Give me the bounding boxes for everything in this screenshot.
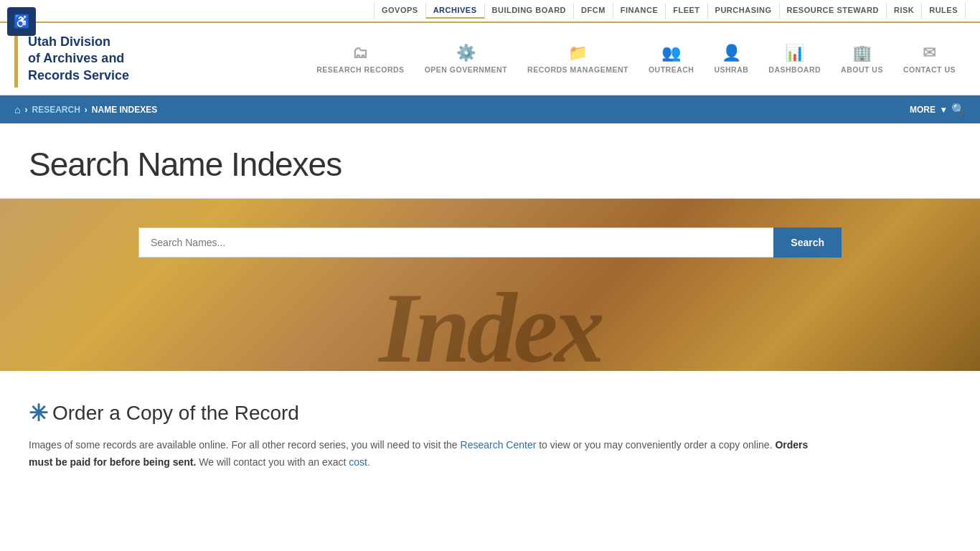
nav-contact-us[interactable]: ✉ CONTACT US: [893, 38, 966, 80]
top-nav-fleet[interactable]: FLEET: [666, 3, 707, 19]
records-management-icon: 📁: [568, 44, 588, 62]
research-records-icon: 🗂: [352, 44, 369, 62]
content-text-part3: We will contact you with an exact: [196, 456, 349, 468]
content-body: Images of some records are available onl…: [29, 437, 818, 471]
content-text-end: .: [367, 456, 370, 468]
section-title: ✳ Order a Copy of the Record: [29, 400, 951, 427]
nav-about-us[interactable]: 🏢 ABOUT US: [831, 38, 893, 80]
nav-records-management[interactable]: 📁 RECORDS MANAGEMENT: [517, 38, 639, 80]
page-title-area: Search Name Indexes: [0, 123, 980, 199]
accessibility-button[interactable]: ♿: [7, 7, 36, 36]
top-nav-finance[interactable]: FINANCE: [613, 3, 666, 19]
top-nav-building-board[interactable]: BUILDING BOARD: [485, 3, 575, 19]
nav-research-records[interactable]: 🗂 RESEARCH RECORDS: [306, 38, 414, 80]
logo-area[interactable]: Utah Division of Archives and Records Se…: [14, 30, 244, 88]
logo-bar: [14, 30, 18, 88]
top-nav-govops[interactable]: GOVOPS: [374, 3, 426, 19]
search-input[interactable]: [138, 227, 773, 258]
breadcrumb: ⌂ › RESEARCH › NAME INDEXES: [14, 104, 157, 116]
content-text-part1: Images of some records are available onl…: [29, 439, 461, 451]
content-text-part2: to view or you may conveniently order a …: [536, 439, 775, 451]
breadcrumb-dropdown-icon: ▾: [941, 105, 946, 115]
site-logo-text: Utah Division of Archives and Records Se…: [28, 34, 129, 84]
search-button[interactable]: Search: [773, 227, 842, 258]
top-nav-risk[interactable]: RISK: [887, 3, 922, 19]
breadcrumb-right: MORE ▾ 🔍: [910, 103, 966, 116]
about-us-icon: 🏢: [852, 44, 872, 62]
page-title: Search Name Indexes: [29, 145, 951, 184]
outreach-icon: 👥: [661, 44, 682, 62]
breadcrumb-home-icon[interactable]: ⌂: [14, 104, 20, 116]
content-area: ✳ Order a Copy of the Record Images of s…: [0, 371, 980, 493]
breadcrumb-current-page: NAME INDEXES: [92, 105, 157, 115]
contact-us-icon: ✉: [923, 44, 936, 62]
top-nav-resource-steward[interactable]: RESOURCE STEWARD: [780, 3, 887, 19]
nav-outreach[interactable]: 👥 OUTREACH: [639, 38, 705, 80]
nav-open-government[interactable]: ⚙️ OPEN GOVERNMENT: [415, 38, 517, 80]
open-government-icon: ⚙️: [456, 44, 476, 62]
main-navigation: 🗂 RESEARCH RECORDS ⚙️ OPEN GOVERNMENT 📁 …: [244, 38, 966, 80]
top-nav-dfcm[interactable]: DFCM: [574, 3, 613, 19]
search-banner: Search: [0, 199, 980, 371]
asterisk-icon: ✳: [29, 400, 48, 427]
nav-dashboard[interactable]: 📊 DASHBOARD: [758, 38, 831, 80]
ushrab-icon: 👤: [722, 44, 742, 62]
breadcrumb-research-link[interactable]: RESEARCH: [32, 105, 80, 115]
nav-ushrab[interactable]: 👤 USHRAB: [704, 38, 758, 80]
cost-link[interactable]: cost: [349, 456, 367, 468]
breadcrumb-bar: ⌂ › RESEARCH › NAME INDEXES MORE ▾ 🔍: [0, 95, 980, 123]
top-navigation: GOVOPS ARCHIVES BUILDING BOARD DFCM FINA…: [0, 0, 980, 23]
breadcrumb-separator-2: ›: [85, 105, 88, 115]
more-label[interactable]: MORE: [910, 105, 936, 115]
search-form: Search: [138, 227, 842, 258]
site-header: Utah Division of Archives and Records Se…: [0, 23, 980, 95]
research-center-link[interactable]: Research Center: [461, 439, 537, 451]
breadcrumb-separator-1: ›: [24, 105, 27, 115]
dashboard-icon: 📊: [785, 44, 805, 62]
top-nav-archives[interactable]: ARCHIVES: [426, 3, 485, 19]
top-nav-purchasing[interactable]: PURCHASING: [708, 3, 780, 19]
breadcrumb-search-icon[interactable]: 🔍: [951, 103, 966, 116]
top-nav-rules[interactable]: RULES: [922, 3, 966, 19]
